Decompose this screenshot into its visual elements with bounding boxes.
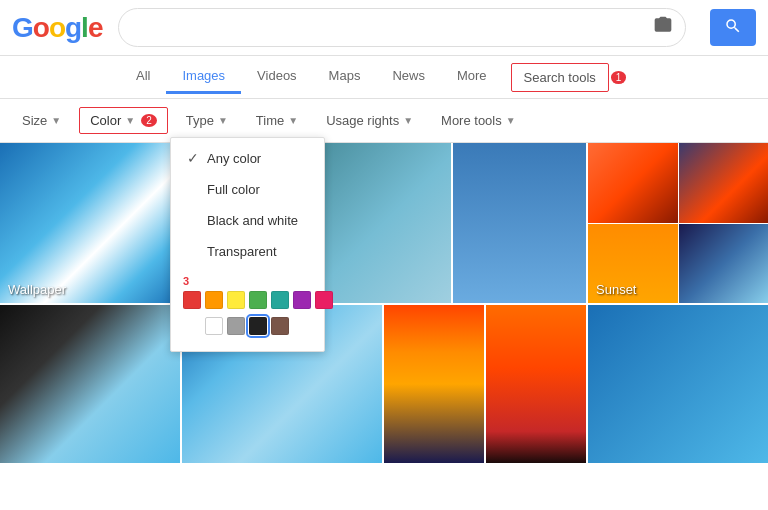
color-dropdown: ✓ Any color Full color Black and white T…	[170, 137, 325, 352]
swatch-gray[interactable]	[227, 317, 245, 335]
tab-maps[interactable]: Maps	[313, 60, 377, 94]
logo-g: G	[12, 12, 33, 44]
image-wallpaper[interactable]: Wallpaper	[0, 143, 180, 303]
time-filter[interactable]: Time ▼	[246, 108, 308, 133]
size-filter[interactable]: Size ▼	[12, 108, 71, 133]
tab-search-tools[interactable]: Search tools	[511, 63, 609, 92]
swatch-green[interactable]	[249, 291, 267, 309]
color-transparent[interactable]: Transparent	[171, 236, 324, 267]
image-mid3[interactable]	[453, 143, 586, 303]
swatch-brown[interactable]	[271, 317, 289, 335]
color-badge: 2	[141, 114, 157, 127]
image-mid2[interactable]	[317, 143, 450, 303]
left-column: Wallpaper	[0, 143, 180, 463]
tab-news[interactable]: News	[376, 60, 441, 94]
sunset-s1	[588, 143, 678, 223]
size-chevron-icon: ▼	[51, 115, 61, 126]
tab-more[interactable]: More	[441, 60, 503, 94]
logo-l: l	[81, 12, 88, 44]
filter-bar: Size ▼ Color ▼ 2 Type ▼ Time ▼ Usage rig…	[0, 99, 768, 143]
swatch-teal[interactable]	[271, 291, 289, 309]
swatch-yellow[interactable]	[227, 291, 245, 309]
color-chevron-icon: ▼	[125, 115, 135, 126]
tab-images[interactable]: Images	[166, 60, 241, 94]
swatch-row-2	[205, 317, 289, 335]
image-sunset-composite[interactable]: Sunset	[588, 143, 768, 303]
nav-tabs: All Images Videos Maps News More Search …	[0, 56, 768, 99]
more-tools-filter[interactable]: More tools ▼	[431, 108, 526, 133]
swatch-red[interactable]	[183, 291, 201, 309]
color-filter[interactable]: Color ▼ 2	[79, 107, 168, 134]
type-chevron-icon: ▼	[218, 115, 228, 126]
tab-all[interactable]: All	[120, 60, 166, 94]
swatch-purple[interactable]	[293, 291, 311, 309]
more-tools-chevron-icon: ▼	[506, 115, 516, 126]
tab-videos[interactable]: Videos	[241, 60, 313, 94]
color-any[interactable]: ✓ Any color	[171, 142, 324, 174]
check-icon: ✓	[187, 150, 207, 166]
image-grid: Wallpaper Sunset	[0, 143, 768, 463]
image-surfer-person[interactable]	[0, 305, 180, 463]
image-sunset-label: Sunset	[596, 282, 636, 297]
swatch-badge: 3	[183, 275, 189, 287]
image-surf-right[interactable]	[588, 305, 768, 463]
search-bar: surfing	[118, 8, 686, 47]
swatch-row-1	[183, 291, 333, 309]
sunset-s2	[679, 143, 769, 223]
logo-g2: g	[65, 12, 81, 44]
image-sunset2[interactable]	[384, 305, 484, 463]
search-button[interactable]	[710, 9, 756, 46]
color-swatches: 3	[171, 267, 324, 347]
search-input[interactable]: surfing	[131, 19, 645, 37]
color-full[interactable]: Full color	[171, 174, 324, 205]
type-filter[interactable]: Type ▼	[176, 108, 238, 133]
swatch-black[interactable]	[249, 317, 267, 335]
sunset-s4	[679, 224, 769, 304]
search-tools-badge: 1	[611, 71, 627, 84]
swatch-orange[interactable]	[205, 291, 223, 309]
color-bw[interactable]: Black and white	[171, 205, 324, 236]
logo-o2: o	[49, 12, 65, 44]
header: Google surfing	[0, 0, 768, 56]
time-chevron-icon: ▼	[288, 115, 298, 126]
logo-o1: o	[33, 12, 49, 44]
usage-rights-filter[interactable]: Usage rights ▼	[316, 108, 423, 133]
right-column: Sunset	[588, 143, 768, 463]
swatch-pink[interactable]	[315, 291, 333, 309]
swatch-white[interactable]	[205, 317, 223, 335]
usage-chevron-icon: ▼	[403, 115, 413, 126]
google-logo: Google	[12, 12, 102, 44]
camera-icon[interactable]	[653, 15, 673, 40]
image-wallpaper-label: Wallpaper	[8, 282, 66, 297]
logo-e: e	[88, 12, 103, 44]
image-sunset3[interactable]	[486, 305, 586, 463]
